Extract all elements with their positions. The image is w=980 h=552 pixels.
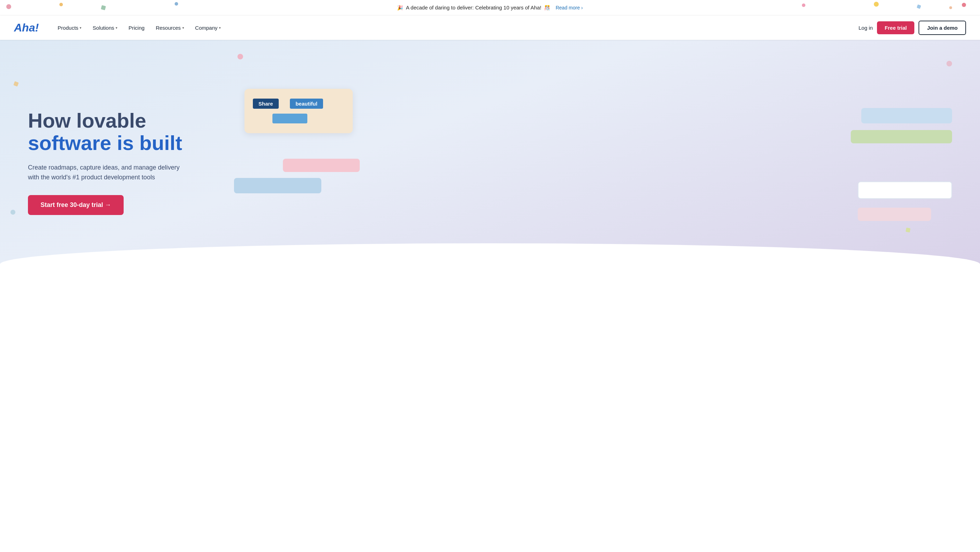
nav-item-resources[interactable]: Resources ▾ — [151, 22, 189, 34]
join-demo-button[interactable]: Join a demo — [918, 21, 966, 35]
hero-subtitle: Create roadmaps, capture ideas, and mana… — [28, 163, 181, 183]
share-beautiful-card: Share beautiful — [245, 89, 353, 133]
chevron-down-icon: ▾ — [182, 26, 184, 30]
block-white-outline — [858, 182, 952, 199]
block-pink-light — [858, 207, 931, 221]
hero-content: How lovable software is built Create roa… — [28, 109, 202, 215]
block-light-blue — [861, 108, 952, 123]
confetti-left-icon: 🎉 — [397, 5, 403, 11]
login-link[interactable]: Log in — [859, 25, 873, 31]
announcement-text: A decade of daring to deliver: Celebrati… — [406, 5, 541, 11]
nav-item-products[interactable]: Products ▾ — [53, 22, 86, 34]
chevron-down-icon: ▾ — [116, 26, 117, 30]
beautiful-label: beautiful — [290, 99, 323, 109]
hero-visual: Share beautiful — [224, 78, 952, 246]
nav-item-solutions[interactable]: Solutions ▾ — [88, 22, 122, 34]
hero-title: How lovable software is built — [28, 109, 202, 154]
nav-item-pricing[interactable]: Pricing — [124, 22, 150, 34]
confetti-right-icon: 🎊 — [544, 5, 550, 11]
nav-item-company[interactable]: Company ▾ — [190, 22, 226, 34]
hero-section: How lovable software is built Create roa… — [0, 40, 980, 284]
navbar: Aha! Products ▾ Solutions ▾ Pricing Reso… — [0, 15, 980, 40]
block-green — [851, 130, 952, 144]
blue-block — [272, 113, 307, 123]
chevron-down-icon: ▾ — [219, 26, 221, 30]
share-label: Share — [253, 99, 279, 109]
nav-right: Log in Free trial Join a demo — [859, 21, 966, 35]
nav-links: Products ▾ Solutions ▾ Pricing Resources… — [53, 22, 859, 34]
logo[interactable]: Aha! — [14, 21, 39, 34]
chevron-down-icon: ▾ — [80, 26, 81, 30]
start-trial-button[interactable]: Start free 30-day trial → — [28, 195, 124, 215]
block-blue-wide — [234, 178, 321, 193]
free-trial-button[interactable]: Free trial — [877, 21, 914, 34]
block-pink — [283, 159, 360, 172]
announcement-bar: 🎉 A decade of daring to deliver: Celebra… — [0, 0, 980, 15]
hero-curve-decoration — [0, 243, 980, 284]
read-more-link[interactable]: Read more › — [556, 5, 583, 11]
